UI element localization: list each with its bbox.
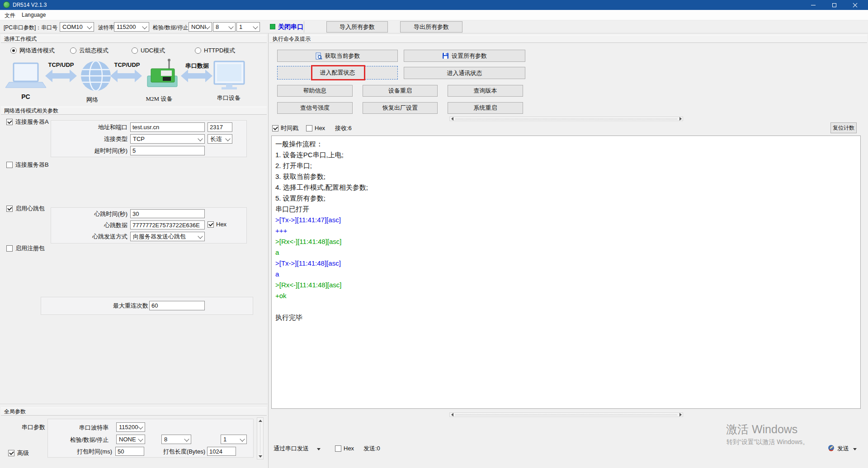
radio-httpd-label: HTTPD模式 — [204, 47, 235, 54]
server-a-port-input[interactable]: 2317 — [208, 122, 232, 132]
menu-language[interactable]: Language — [22, 12, 46, 18]
query-version-button[interactable]: 查询版本 — [448, 85, 523, 97]
enter-config-button[interactable]: 进入配置状态 — [277, 66, 398, 80]
scroll-left-icon[interactable] — [450, 117, 454, 121]
chevron-down-icon — [317, 448, 321, 450]
windows-activate-watermark: 激活 Windows — [726, 422, 797, 437]
packtime-input[interactable]: 50 — [115, 447, 144, 456]
menu-bar: 文件 Language — [0, 10, 868, 20]
radio-httpd-mode[interactable] — [195, 47, 201, 54]
link1-label: TCP/UDP — [42, 61, 80, 68]
system-reboot-button[interactable]: 系统重启 — [448, 102, 523, 114]
maximize-button[interactable] — [824, 0, 844, 10]
radio-cloud-mode[interactable] — [70, 47, 76, 54]
send-hex-checkbox[interactable] — [335, 445, 341, 452]
baud-select[interactable]: 115200 — [114, 22, 149, 32]
log-line: 4. 选择工作模式,配置相关参数; — [275, 182, 857, 193]
log-output[interactable]: 一般操作流程：1. 设备连PC串口,上电;2. 打开串口;3. 获取当前参数;4… — [271, 136, 861, 409]
close-icon — [852, 2, 858, 8]
help-button[interactable]: 帮助信息 — [277, 85, 353, 97]
radio-net-transparent-label: 网络透传模式 — [19, 47, 55, 54]
minimize-button[interactable] — [803, 0, 824, 10]
parity-label: 检验/数据/停止 — [153, 24, 189, 31]
pc-serial-port-label: [PC串口参数]：串口号 — [4, 24, 57, 31]
send-button[interactable]: 发送 — [828, 444, 859, 454]
addr-port-label: 地址和端口 — [63, 124, 127, 131]
set-params-button[interactable]: 设置所有参数 — [404, 50, 525, 62]
packtime-label: 打包时间(ms) — [53, 448, 112, 455]
log-scrollbar-bottom[interactable] — [449, 412, 683, 417]
stopbits-select[interactable]: 1 — [236, 22, 260, 32]
close-port-button[interactable]: 关闭串口 — [270, 22, 320, 32]
conn-type-select[interactable]: TCP — [130, 134, 205, 144]
chevron-down-icon — [198, 234, 203, 239]
com-port-select[interactable]: COM10 — [60, 22, 94, 32]
timestamp-checkbox[interactable] — [272, 125, 278, 131]
register-checkbox[interactable] — [6, 245, 13, 252]
global-parity-label: 检验/数据/停止 — [50, 436, 108, 444]
scroll-up-icon[interactable] — [257, 418, 263, 423]
global-baud-select[interactable]: 115200 — [116, 422, 145, 432]
heartbeat-label: 启用心跳包 — [15, 205, 45, 212]
log-line: a — [275, 247, 857, 258]
global-baud-label: 串口波特率 — [50, 424, 108, 431]
import-params-button[interactable]: 导入所有参数 — [326, 21, 388, 33]
send-via-dropdown[interactable]: 通过串口发送 — [274, 445, 323, 454]
heartbeat-time-input[interactable]: 30 — [130, 209, 205, 218]
databits-select[interactable]: 8 — [213, 22, 236, 32]
global-databits-select[interactable]: 8 — [161, 435, 191, 444]
packlen-input[interactable]: 1024 — [207, 447, 236, 456]
radio-net-transparent-mode[interactable] — [10, 47, 17, 54]
log-line — [275, 301, 857, 312]
conn-mode-select[interactable]: 长连 — [208, 134, 232, 144]
heartbeat-data-input[interactable]: 7777772E7573722E636E — [130, 220, 205, 229]
scroll-down-icon[interactable] — [257, 454, 263, 459]
factory-reset-button[interactable]: 恢复出厂设置 — [363, 102, 438, 114]
conn-type-label: 连接类型 — [63, 136, 127, 143]
global-parity-select[interactable]: NONE — [116, 435, 145, 444]
network-label: 网络 — [78, 96, 107, 104]
log-line: a — [275, 269, 857, 280]
send-hex-label: Hex — [344, 445, 354, 452]
serial-device-label: 串口设备 — [213, 94, 244, 102]
device-reboot-button[interactable]: 设备重启 — [363, 85, 438, 97]
reset-count-button[interactable]: 复位计数 — [830, 122, 857, 133]
send-pen-icon — [828, 445, 835, 451]
command-panel-header: 执行命令及提示 — [269, 35, 867, 43]
global-scrollbar[interactable] — [257, 417, 264, 459]
timeout-label: 超时时间(秒) — [63, 147, 127, 154]
recv-hex-checkbox[interactable] — [306, 125, 312, 131]
log-scrollbar-top[interactable] — [449, 117, 683, 121]
query-signal-button[interactable]: 查信号强度 — [277, 102, 353, 114]
log-line: +ok — [275, 290, 857, 301]
server-b-label: 连接服务器B — [15, 161, 49, 168]
advanced-checkbox[interactable] — [8, 450, 14, 456]
parity-select[interactable]: NONI — [189, 22, 212, 32]
close-button[interactable] — [844, 0, 865, 10]
radio-udc-mode[interactable] — [132, 47, 138, 54]
heartbeat-send-label: 心跳发送方式 — [63, 233, 127, 240]
server-a-address-input[interactable]: test.usr.cn — [130, 122, 205, 132]
search-doc-icon — [315, 52, 322, 60]
server-a-checkbox[interactable] — [6, 119, 13, 125]
heartbeat-send-select[interactable]: 向服务器发送心跳包 — [130, 232, 205, 241]
global-stopbits-select[interactable]: 1 — [221, 435, 247, 444]
chevron-down-icon — [184, 436, 189, 441]
scroll-right-icon[interactable] — [678, 413, 683, 417]
menu-file[interactable]: 文件 — [5, 12, 15, 19]
chevron-down-icon — [228, 24, 233, 29]
log-line: 一般操作流程： — [275, 139, 857, 150]
log-line: +++ — [275, 225, 857, 236]
server-b-checkbox[interactable] — [6, 162, 13, 168]
get-params-button[interactable]: 获取当前参数 — [277, 50, 398, 62]
heartbeat-hex-checkbox[interactable] — [208, 221, 214, 228]
heartbeat-hex-label: Hex — [216, 221, 226, 228]
export-params-button[interactable]: 导出所有参数 — [400, 21, 462, 33]
reconnect-input[interactable]: 60 — [149, 301, 205, 310]
scroll-right-icon[interactable] — [678, 117, 683, 121]
recv-hex-label: Hex — [315, 125, 325, 132]
timeout-input[interactable]: 5 — [130, 146, 205, 155]
scroll-left-icon[interactable] — [450, 413, 454, 417]
enter-comm-button[interactable]: 进入通讯状态 — [404, 67, 525, 79]
heartbeat-checkbox[interactable] — [6, 206, 13, 212]
